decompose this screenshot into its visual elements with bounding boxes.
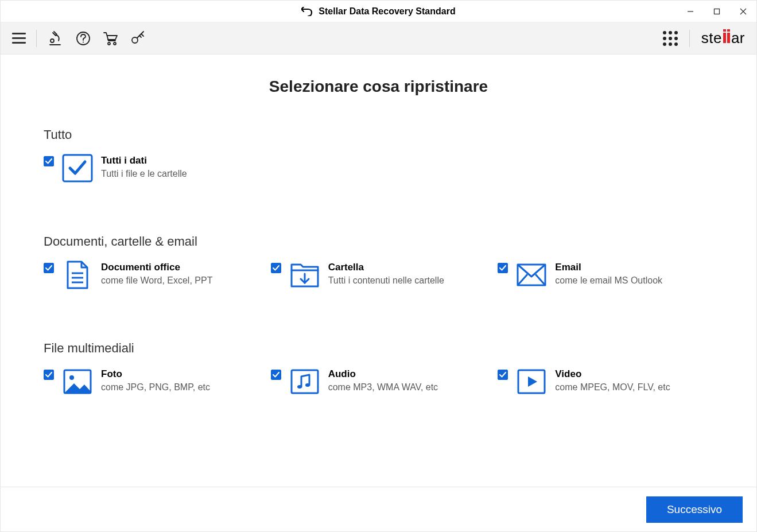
close-button[interactable] bbox=[730, 1, 756, 22]
checkbox-video[interactable] bbox=[498, 370, 508, 380]
footer: Successivo bbox=[1, 487, 756, 531]
cart-icon[interactable] bbox=[102, 30, 119, 47]
svg-point-23 bbox=[297, 385, 302, 389]
option-subtitle: Tutti i file e le cartelle bbox=[101, 169, 187, 179]
option-title: Video bbox=[555, 368, 670, 380]
toolbar: stear bbox=[1, 22, 756, 55]
app-title: Stellar Data Recovery Standard bbox=[319, 6, 455, 17]
audio-icon bbox=[289, 367, 320, 396]
email-icon bbox=[516, 261, 547, 289]
svg-point-7 bbox=[83, 41, 84, 42]
next-button[interactable]: Successivo bbox=[646, 496, 743, 523]
option-title: Foto bbox=[101, 368, 210, 380]
help-icon[interactable] bbox=[75, 30, 92, 47]
option-office-documents[interactable]: Documenti office come file Word, Excel, … bbox=[44, 261, 259, 289]
option-email[interactable]: Email come le email MS Outlook bbox=[498, 261, 713, 289]
all-data-icon bbox=[62, 154, 93, 182]
video-icon bbox=[516, 367, 547, 396]
option-video[interactable]: Video come MPEG, MOV, FLV, etc bbox=[498, 367, 713, 396]
svg-point-9 bbox=[114, 42, 116, 45]
page-title: Selezionare cosa ripristinare bbox=[44, 77, 713, 96]
option-audio[interactable]: Audio come MP3, WMA WAV, etc bbox=[271, 367, 487, 396]
svg-line-18 bbox=[518, 274, 527, 285]
svg-rect-1 bbox=[715, 9, 720, 14]
svg-marker-26 bbox=[528, 376, 537, 387]
checkbox-photos[interactable] bbox=[44, 370, 54, 380]
option-all-data[interactable]: Tutti i dati Tutti i file e le cartelle bbox=[44, 154, 259, 182]
option-title: Documenti office bbox=[101, 262, 212, 273]
folder-icon bbox=[289, 261, 320, 289]
option-photos[interactable]: Foto come JPG, PNG, BMP, etc bbox=[44, 367, 259, 396]
section-multimedia: File multimediali Foto come JPG, PNG, BM… bbox=[44, 341, 713, 396]
option-title: Audio bbox=[328, 368, 438, 380]
option-subtitle: come MPEG, MOV, FLV, etc bbox=[555, 382, 670, 393]
svg-rect-11 bbox=[63, 155, 92, 181]
svg-rect-22 bbox=[292, 370, 318, 393]
svg-point-21 bbox=[69, 375, 74, 380]
window-controls bbox=[677, 1, 756, 22]
option-subtitle: Tutti i contenuti nelle cartelle bbox=[328, 275, 444, 286]
svg-point-24 bbox=[305, 383, 310, 387]
section-title-everything: Tutto bbox=[44, 127, 713, 142]
toolbar-divider bbox=[36, 30, 37, 47]
photo-icon bbox=[62, 367, 93, 396]
titlebar: Stellar Data Recovery Standard bbox=[1, 1, 756, 22]
option-subtitle: come file Word, Excel, PPT bbox=[101, 275, 212, 286]
toolbar-divider bbox=[689, 30, 690, 47]
section-title-documents: Documenti, cartelle & email bbox=[44, 234, 713, 249]
stellar-logo: stear bbox=[701, 29, 745, 47]
key-icon[interactable] bbox=[130, 30, 147, 47]
option-title: Email bbox=[555, 262, 662, 273]
section-title-multimedia: File multimediali bbox=[44, 341, 713, 356]
option-title: Cartella bbox=[328, 262, 444, 273]
option-folders[interactable]: Cartella Tutti i contenuti nelle cartell… bbox=[271, 261, 487, 289]
apps-grid-icon[interactable] bbox=[663, 31, 678, 46]
checkbox-office-documents[interactable] bbox=[44, 263, 54, 273]
section-documents: Documenti, cartelle & email Documenti of… bbox=[44, 234, 713, 289]
maximize-button[interactable] bbox=[704, 1, 730, 22]
document-icon bbox=[62, 261, 93, 289]
checkbox-folders[interactable] bbox=[271, 263, 281, 273]
main-content: Selezionare cosa ripristinare Tutto Tutt… bbox=[1, 55, 756, 487]
option-subtitle: come MP3, WMA WAV, etc bbox=[328, 382, 438, 393]
menu-button[interactable] bbox=[12, 33, 26, 44]
svg-point-4 bbox=[51, 39, 54, 42]
option-title: Tutti i dati bbox=[101, 155, 187, 166]
checkbox-audio[interactable] bbox=[271, 370, 281, 380]
undo-icon[interactable] bbox=[301, 7, 313, 16]
section-everything: Tutto Tutti i dati Tutti i file e le car… bbox=[44, 127, 713, 182]
option-subtitle: come JPG, PNG, BMP, etc bbox=[101, 382, 210, 393]
app-title-container: Stellar Data Recovery Standard bbox=[301, 6, 455, 17]
checkbox-all-data[interactable] bbox=[44, 156, 54, 166]
checkbox-email[interactable] bbox=[498, 263, 508, 273]
svg-point-8 bbox=[108, 42, 110, 45]
svg-line-19 bbox=[535, 274, 545, 285]
minimize-button[interactable] bbox=[677, 1, 704, 22]
option-subtitle: come le email MS Outlook bbox=[555, 275, 662, 286]
microscope-icon[interactable] bbox=[47, 30, 64, 47]
